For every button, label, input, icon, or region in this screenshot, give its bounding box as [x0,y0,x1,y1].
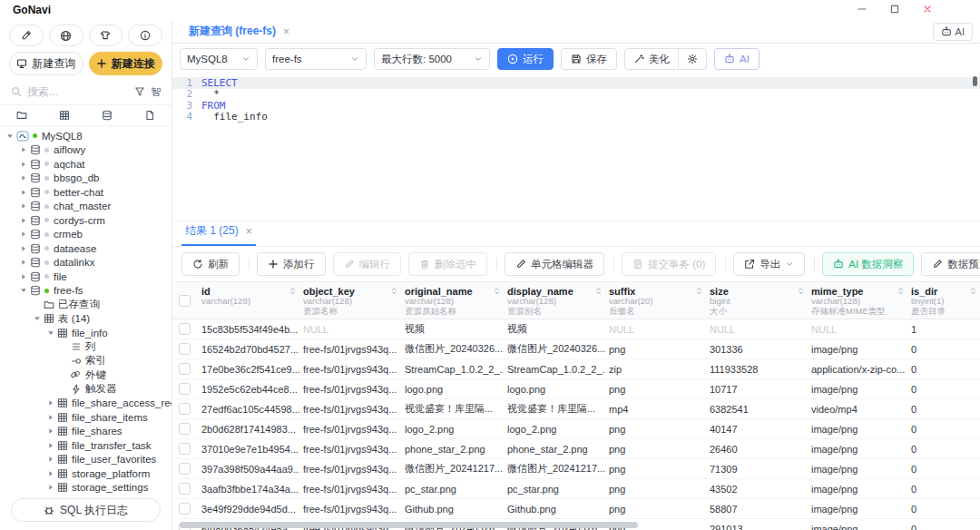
sort-icon[interactable] [969,287,977,295]
cell[interactable]: 10717 [706,379,808,398]
caret-icon[interactable] [19,161,28,168]
cell[interactable]: png [605,479,706,498]
tree-item[interactable]: 索引 [0,354,172,368]
cell[interactable]: mp4 [605,399,706,418]
results-tab[interactable]: 结果 1 (25) × [181,223,256,246]
cell[interactable]: zip [605,359,706,378]
caret-icon[interactable] [19,202,28,210]
tree-item[interactable]: storage_platform [0,466,172,481]
view-tab-grid[interactable] [43,110,85,121]
tree-item[interactable]: datalinkx [0,256,172,270]
tree-item[interactable]: better-chat [0,185,172,200]
cell[interactable]: NULL [808,319,907,339]
tree-item[interactable]: 列 [0,340,172,355]
code-line[interactable]: 1SELECT [172,77,980,89]
cell[interactable]: logo_2.png [504,419,605,438]
connection-select[interactable]: MySQL8 [180,48,258,70]
ai-panel-button[interactable]: AI [933,23,973,41]
cell[interactable]: StreamCap_1.0.2_2_... [401,359,504,378]
sort-icon[interactable] [390,287,398,295]
caret-icon[interactable] [19,217,28,224]
cell[interactable]: NULL [605,319,706,339]
tree-item[interactable]: 表 (14) [0,312,172,327]
cell[interactable]: 71309 [706,459,808,478]
code-line[interactable]: 3FROM [172,100,980,112]
column-header-size[interactable]: sizebigint大小 [706,282,808,319]
cell[interactable]: pc_star.png [401,479,504,498]
code-line[interactable]: 4 file_info [172,112,980,123]
tree-item[interactable]: free-fs [0,284,172,299]
sort-icon[interactable] [695,287,703,295]
cell[interactable]: image/png [808,439,907,458]
cell[interactable]: 26460 [706,439,808,458]
tree-item[interactable]: aqchat [0,157,172,172]
cell[interactable]: 0 [907,479,980,498]
column-header-original_name[interactable]: original_namevarchar(128)资源原始名称 [401,282,504,319]
cell[interactable]: 15c83b5f534f49e4b... [198,319,299,339]
row-checkbox[interactable] [179,423,191,435]
toolbar-button-刷新[interactable]: 刷新 [181,252,240,276]
cell[interactable]: application/x-zip-co... [808,359,907,378]
caret-icon[interactable] [46,329,55,337]
ai-query-button[interactable]: AI [714,48,760,70]
cell[interactable]: 3e49f929dde94d5d... [198,499,299,518]
tab-close-icon[interactable]: × [283,25,289,38]
caret-icon[interactable] [19,273,28,280]
search-input[interactable] [27,85,129,98]
cell[interactable]: 0 [907,339,980,358]
cell[interactable]: png [605,419,706,438]
toolbar-button-AI数据洞察[interactable]: AI 数据洞察 [822,252,914,276]
column-header-object_key[interactable]: object_keyvarchar(128)资源名称 [299,282,401,319]
toolbar-button-导出[interactable]: 导出 [733,252,805,276]
tree-item[interactable]: chat_master [0,200,172,214]
sort-icon[interactable] [289,287,297,295]
tree-item[interactable]: bbsgo_db [0,172,172,186]
cell[interactable]: image/png [808,499,907,518]
new-query-button[interactable]: 新建查询 [9,52,83,75]
caret-icon[interactable] [46,427,55,435]
tree-item[interactable]: dataease [0,241,172,256]
toolbar-button-添加行[interactable]: 添加行 [257,252,326,276]
pen-button[interactable] [9,25,44,46]
cell[interactable]: png [605,339,706,358]
tree-item[interactable]: MySQL8 [0,129,172,143]
cell[interactable]: 视觉盛宴！库里隔... [401,399,504,418]
cell[interactable]: NULL [299,319,401,339]
cell[interactable]: 37010e9e7e1b4954... [198,439,299,458]
cell[interactable]: png [605,459,706,478]
sort-icon[interactable] [797,287,805,295]
cell[interactable]: free-fs/01jrvgs943q... [299,399,401,418]
info-button[interactable] [128,25,162,46]
cell[interactable]: NULL [706,319,808,339]
tree-item[interactable]: file_user_favorites [0,453,172,467]
cell[interactable]: free-fs/01jrvgs943q... [299,459,401,478]
caret-icon[interactable] [19,259,28,266]
cell[interactable]: 微信图片_20241217... [401,459,504,478]
column-header-suffix[interactable]: suffixvarchar(20)后缀名 [605,282,706,319]
cell[interactable]: logo.png [401,379,504,398]
cell[interactable]: 0 [907,519,980,530]
cell[interactable]: 1 [907,319,980,339]
cell[interactable]: 40147 [706,419,808,438]
tree-item[interactable]: 触发器 [0,382,172,397]
horizontal-scrollbar[interactable] [180,522,638,528]
cell[interactable]: free-fs/01jrvgs943q... [299,499,401,518]
maximize-button[interactable] [889,4,902,16]
caret-icon[interactable] [19,146,28,153]
cell[interactable]: 397a398f509a44aa9... [198,459,299,478]
results-tab-close-icon[interactable]: × [246,225,252,238]
caret-icon[interactable] [46,442,55,449]
cell[interactable]: phone_star_2.png [401,439,504,458]
caret-icon[interactable] [46,470,55,477]
cell[interactable]: png [605,379,706,398]
caret-icon[interactable] [46,456,55,463]
tree-item[interactable]: 外键 [0,368,172,383]
editor-scrollbar[interactable] [973,76,977,86]
cell[interactable]: 0 [907,499,980,518]
tree-item[interactable]: file_shares [0,425,172,439]
cell[interactable]: pc_star.png [504,479,605,498]
cell[interactable]: 43502 [706,479,808,498]
sort-icon[interactable] [493,287,501,295]
cell[interactable]: video/mp4 [808,399,907,418]
smart-filter-button[interactable]: 智 [151,85,161,99]
